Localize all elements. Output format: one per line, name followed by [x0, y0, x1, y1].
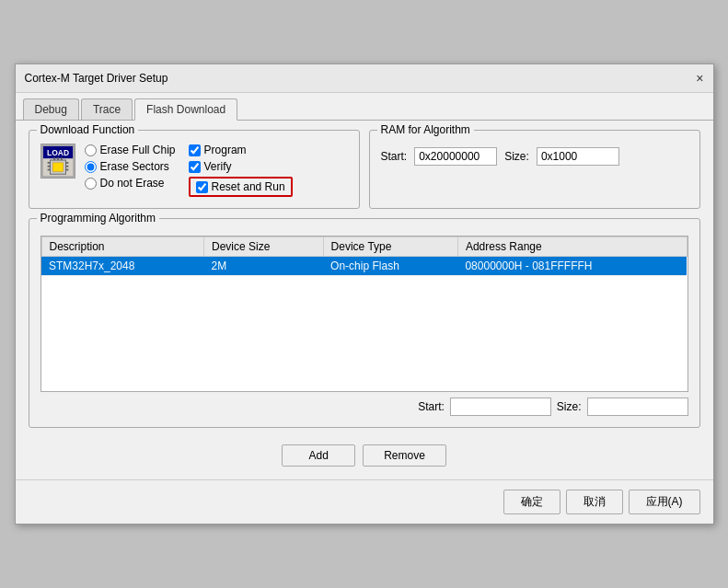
- svg-rect-4: [52, 163, 63, 171]
- ram-algorithm-inner: Start: Size:: [381, 147, 688, 166]
- close-button[interactable]: ×: [696, 72, 703, 85]
- title-bar: Cortex-M Target Driver Setup ×: [16, 64, 713, 93]
- download-function-inner: LOAD: [40, 144, 348, 197]
- do-not-erase-label: Do not Erase: [100, 177, 165, 190]
- ram-start-input[interactable]: [414, 147, 497, 166]
- programming-algorithm-group: Programming Algorithm Description Device…: [29, 218, 700, 428]
- row-description: STM32H7x_2048: [41, 257, 203, 276]
- svg-rect-13: [60, 157, 62, 160]
- reset-run-highlight-box: Reset and Run: [189, 177, 293, 197]
- erase-sectors-radio[interactable]: [85, 161, 97, 173]
- algorithm-table-head: Description Device Size Device Type Addr…: [41, 237, 687, 257]
- svg-rect-10: [65, 169, 68, 171]
- erase-options: Erase Full Chip Erase Sectors Do not Era…: [85, 144, 176, 197]
- col-description: Description: [41, 237, 203, 257]
- tab-content: Download Function LOAD: [16, 121, 713, 479]
- svg-rect-5: [47, 162, 50, 164]
- tab-flash-download[interactable]: Flash Download: [134, 98, 237, 121]
- download-checkboxes: Program Verify Reset and Run: [189, 144, 293, 197]
- load-icon: LOAD: [40, 144, 75, 179]
- erase-sectors-option[interactable]: Erase Sectors: [85, 160, 176, 173]
- algorithm-table: Description Device Size Device Type Addr…: [41, 236, 688, 276]
- ram-algorithm-group: RAM for Algorithm Start: Size:: [369, 130, 700, 209]
- start-label: Start:: [418, 400, 445, 413]
- confirm-button[interactable]: 确定: [503, 490, 560, 514]
- reset-run-check-row[interactable]: Reset and Run: [189, 177, 293, 197]
- top-section: Download Function LOAD: [29, 130, 700, 209]
- algorithm-table-container: Description Device Size Device Type Addr…: [40, 236, 688, 392]
- erase-full-chip-radio[interactable]: [85, 144, 97, 156]
- do-not-erase-radio[interactable]: [85, 178, 97, 190]
- cancel-button[interactable]: 取消: [566, 490, 623, 514]
- tab-bar: Debug Trace Flash Download: [16, 93, 713, 121]
- ram-size-input[interactable]: [537, 147, 619, 166]
- svg-rect-7: [47, 169, 50, 171]
- col-address-range: Address Range: [457, 237, 687, 257]
- ram-algorithm-title: RAM for Algorithm: [377, 123, 474, 136]
- reset-run-checkbox[interactable]: [196, 181, 208, 193]
- size-input[interactable]: [587, 398, 688, 416]
- erase-sectors-label: Erase Sectors: [100, 160, 169, 173]
- ram-size-label: Size:: [504, 150, 529, 163]
- verify-label: Verify: [204, 160, 232, 173]
- program-checkbox[interactable]: [189, 144, 201, 156]
- svg-rect-8: [65, 162, 68, 164]
- program-label: Program: [204, 144, 247, 156]
- verify-checkbox[interactable]: [189, 161, 201, 173]
- remove-button[interactable]: Remove: [363, 444, 446, 467]
- tab-debug[interactable]: Debug: [23, 98, 79, 120]
- table-row[interactable]: STM32H7x_2048 2M On-chip Flash 08000000H…: [41, 257, 687, 276]
- row-address-range: 08000000H - 081FFFFFH: [457, 257, 687, 276]
- window-title: Cortex-M Target Driver Setup: [25, 72, 168, 85]
- col-device-size: Device Size: [203, 237, 323, 257]
- apply-button[interactable]: 应用(A): [629, 490, 700, 514]
- tab-trace[interactable]: Trace: [81, 98, 133, 120]
- download-function-group: Download Function LOAD: [29, 130, 360, 209]
- add-button[interactable]: Add: [282, 444, 355, 467]
- col-device-type: Device Type: [323, 237, 457, 257]
- size-label: Size:: [557, 400, 582, 413]
- download-function-title: Download Function: [37, 123, 139, 136]
- load-icon-svg: LOAD: [41, 144, 75, 179]
- verify-check-row[interactable]: Verify: [189, 160, 293, 173]
- main-window: Cortex-M Target Driver Setup × Debug Tra…: [15, 63, 714, 525]
- table-header-row: Description Device Size Device Type Addr…: [41, 237, 687, 257]
- start-input[interactable]: [450, 398, 551, 416]
- svg-text:LOAD: LOAD: [46, 148, 68, 157]
- footer: 确定 取消 应用(A): [16, 479, 713, 524]
- programming-algorithm-title: Programming Algorithm: [37, 212, 159, 225]
- svg-rect-11: [53, 157, 55, 160]
- erase-full-chip-label: Erase Full Chip: [100, 144, 176, 156]
- row-device-type: On-chip Flash: [323, 257, 457, 276]
- erase-full-chip-option[interactable]: Erase Full Chip: [85, 144, 176, 156]
- program-check-row[interactable]: Program: [189, 144, 293, 156]
- do-not-erase-option[interactable]: Do not Erase: [85, 177, 176, 190]
- algorithm-table-body: STM32H7x_2048 2M On-chip Flash 08000000H…: [41, 257, 687, 276]
- svg-rect-12: [57, 157, 59, 160]
- reset-run-label: Reset and Run: [212, 180, 285, 193]
- row-device-size: 2M: [203, 257, 323, 276]
- ram-start-label: Start:: [381, 150, 408, 163]
- start-size-row: Start: Size:: [40, 398, 688, 416]
- action-buttons: Add Remove: [29, 444, 700, 467]
- svg-rect-9: [65, 166, 68, 167]
- svg-rect-6: [47, 166, 50, 167]
